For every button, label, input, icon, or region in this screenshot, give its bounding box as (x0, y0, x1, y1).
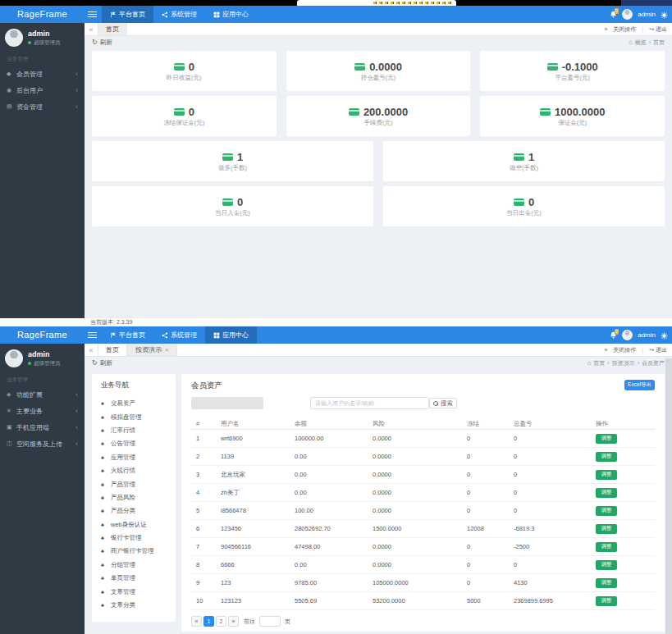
cell-risk: 0.0000 (373, 489, 467, 496)
table-row: 6 123456 28052692.70 1500.0000 12008 -68… (191, 520, 655, 538)
sidebar-item[interactable]: ✕ 主要业务 ‹ (0, 403, 85, 419)
adjust-button[interactable]: 调整 (596, 488, 617, 498)
nav-panel-item[interactable]: ♣ 应用管理 (92, 451, 176, 464)
tab-home[interactable]: 首页 (98, 23, 127, 35)
nav-panel-item[interactable]: ♣ 产品管理 (92, 477, 176, 490)
hamburger-icon[interactable] (88, 11, 97, 17)
nav-system-manage[interactable]: 系统管理 (153, 326, 205, 344)
exit-button[interactable]: ↪ 退出 (649, 346, 667, 354)
sidebar-item[interactable]: ◫ 空间服务及上传 ‹ (0, 436, 85, 452)
page-2[interactable]: 2 (216, 616, 226, 627)
sidebar-item[interactable]: ◆ 会员管理 ‹ (0, 66, 85, 82)
cell-risk: 105000.0000 (373, 579, 467, 586)
brand-logo[interactable]: RageFrame (0, 326, 85, 344)
cell-balance: 100000.00 (295, 435, 373, 442)
adjust-button[interactable]: 调整 (596, 452, 617, 462)
adjust-button[interactable]: 调整 (596, 578, 617, 588)
tabs-scroll-right[interactable]: » (604, 347, 607, 353)
browser-tab[interactable] (297, 0, 456, 6)
scrollbar[interactable] (665, 358, 672, 634)
sidebar-item[interactable]: ▣ 手机应用端 ‹ (0, 419, 85, 436)
club-icon: ♣ (101, 563, 107, 568)
adjust-button[interactable]: 调整 (596, 524, 617, 534)
cell-profit: 2369899.6995 (514, 597, 596, 604)
nav-panel-item[interactable]: ♣ web身份认证 (92, 518, 176, 531)
nav-system-manage[interactable]: 系统管理 (153, 6, 205, 23)
navbar-avatar[interactable] (622, 9, 633, 20)
user-avatar[interactable] (5, 29, 23, 47)
tab-home[interactable]: 首页 (98, 344, 127, 356)
nav-panel-item[interactable]: ♣ 文章分类 (92, 599, 176, 612)
refresh-button[interactable]: 刷新 (100, 359, 112, 367)
hamburger-icon[interactable] (88, 332, 97, 338)
nav-panel-item[interactable]: ♣ 交易资产 (92, 397, 176, 410)
page-prev[interactable]: « (191, 616, 202, 627)
sidebar-item[interactable]: ▤ 资金管理 ‹ (0, 98, 85, 115)
nav-platform-home[interactable]: 平台首页 (102, 326, 153, 344)
navbar-username[interactable]: admin (638, 11, 656, 18)
exit-button[interactable]: ↪ 退出 (649, 25, 667, 34)
adjust-button[interactable]: 调整 (596, 560, 617, 570)
stat-label: 平台盈亏(元) (555, 74, 590, 82)
nav-panel-item-label: 产品分类 (111, 507, 135, 515)
chevron-left-icon: ‹ (75, 440, 78, 448)
bell-icon[interactable]: 0 (610, 331, 617, 339)
adjust-button[interactable]: 调整 (596, 470, 617, 480)
club-icon: ♣ (101, 468, 107, 473)
user-avatar[interactable] (5, 349, 23, 367)
gear-icon[interactable] (661, 7, 668, 22)
club-icon: ♣ (101, 603, 107, 608)
sidebar-item[interactable]: ◉ 后台用户 ‹ (0, 82, 85, 98)
nav-panel-item-label: 产品风险 (111, 494, 135, 502)
navbar-username[interactable]: admin (638, 331, 656, 339)
nav-app-center[interactable]: 应用中心 (205, 6, 257, 23)
goto-page-input[interactable] (259, 616, 281, 627)
cell-risk: 0.0000 (373, 453, 467, 460)
adjust-button[interactable]: 调整 (596, 542, 617, 552)
excel-export-button[interactable]: Excel导出 (624, 380, 655, 390)
nav-panel-list: ♣ 交易资产 ♣ 模拟盘管理 ♣ 汇率行情 ♣ 公告管理 ♣ (92, 397, 176, 612)
nav-panel-item[interactable]: ♣ 公告管理 (92, 437, 176, 450)
filter-select[interactable] (191, 397, 263, 409)
refresh-button[interactable]: 刷新 (100, 39, 112, 47)
nav-panel-item[interactable]: ♣ 产品风险 (92, 491, 176, 504)
credit-card-icon (349, 108, 359, 116)
adjust-button[interactable]: 调整 (596, 596, 617, 606)
brand-logo[interactable]: RageFrame (0, 6, 85, 23)
tab-demo[interactable]: 投资演示× (127, 344, 177, 356)
breadcrumb: ⌂ 概览 › 首页 (629, 39, 665, 47)
nav-panel-item[interactable]: ♣ 商户银行卡管理 (92, 545, 176, 558)
search-button[interactable]: 搜索 (429, 398, 457, 408)
nav-panel-item[interactable]: ♣ 汇率行情 (92, 424, 176, 437)
close-ops-button[interactable]: 关闭操作 (613, 346, 636, 354)
online-dot-icon (28, 41, 31, 44)
tabs-scroll-left[interactable]: « (85, 23, 98, 35)
nav-panel-item[interactable]: ♣ 火线行情 (92, 464, 176, 477)
nav-panel-item[interactable]: ♣ 银行卡管理 (92, 531, 176, 545)
tabs-scroll-left[interactable]: « (85, 344, 98, 356)
nav-panel-item[interactable]: ♣ 产品分类 (92, 504, 176, 518)
page-next[interactable]: » (228, 616, 239, 627)
adjust-button[interactable]: 调整 (596, 434, 617, 444)
navbar-avatar[interactable] (622, 330, 633, 340)
close-ops-button[interactable]: 关闭操作 (613, 25, 636, 34)
close-tab-icon[interactable]: × (165, 346, 169, 353)
page-1[interactable]: 1 (203, 616, 214, 627)
cell-risk: 0.0000 (373, 543, 467, 550)
nav-panel-item[interactable]: ♣ 单页管理 (92, 572, 176, 585)
nav-panel-item[interactable]: ♣ 分组管理 (92, 559, 176, 572)
dashboard-screenshot: RageFrame 平台首页 系统管理 应用中心 0 admin (0, 0, 672, 326)
nav-app-center[interactable]: 应用中心 (205, 326, 257, 344)
chevron-left-icon: ‹ (75, 390, 78, 399)
cell-frozen: 0 (467, 453, 514, 460)
nav-panel-item[interactable]: ♣ 文章管理 (92, 585, 176, 598)
gear-icon[interactable] (661, 328, 668, 343)
nav-platform-home[interactable]: 平台首页 (102, 6, 153, 23)
nav-panel-item-label: 文章分类 (111, 601, 135, 609)
tabs-scroll-right[interactable]: » (604, 26, 607, 32)
bell-icon[interactable]: 0 (610, 11, 617, 18)
search-input[interactable]: 请输入用户的名字/昵称 (310, 397, 429, 409)
sidebar-item[interactable]: ◈ 功能扩展 ‹ (0, 386, 85, 403)
adjust-button[interactable]: 调整 (596, 506, 617, 516)
nav-panel-item[interactable]: ♣ 模拟盘管理 (92, 410, 176, 423)
